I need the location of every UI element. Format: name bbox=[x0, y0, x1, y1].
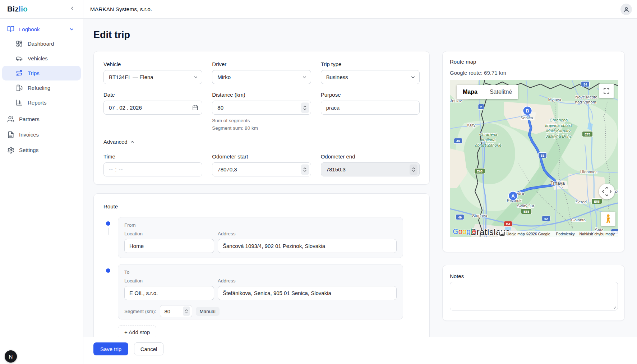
sidebar-item-label: Refueling bbox=[28, 85, 50, 91]
map-place-label: Galanta bbox=[571, 218, 586, 222]
vehicle-value: BT134EL — Elena bbox=[109, 74, 153, 80]
chevron-down-icon bbox=[69, 27, 74, 32]
road-badge: 62 bbox=[542, 216, 550, 221]
from-address-label: Address bbox=[218, 231, 397, 236]
file-text-icon bbox=[7, 131, 14, 138]
to-location-group: Location E OIL, s.r.o. bbox=[124, 278, 214, 300]
trip-form-card: Vehicle BT134EL — Elena Driver Mirko Tri… bbox=[93, 51, 430, 185]
road-badge: E75 bbox=[582, 132, 593, 137]
sidebar-item-label: Settings bbox=[19, 147, 38, 153]
user-menu-button[interactable] bbox=[620, 4, 632, 15]
map-fullscreen-button[interactable] bbox=[599, 84, 614, 98]
map-terms-link[interactable]: Podmienky bbox=[554, 232, 577, 236]
chevron-left-icon bbox=[69, 5, 75, 11]
map-place-label: Malé Karpaty, bbox=[546, 129, 571, 133]
sidebar-item-invoices[interactable]: Invoices bbox=[0, 127, 83, 142]
to-location-label: Location bbox=[124, 278, 214, 284]
sidebar-item-dashboard[interactable]: Dashboard bbox=[0, 36, 83, 51]
map-place-label: Myjava bbox=[548, 97, 562, 102]
advanced-toggle[interactable]: Advanced bbox=[103, 139, 135, 145]
sidebar-item-partners[interactable]: Partners bbox=[0, 111, 83, 127]
road-badge: E58 bbox=[591, 199, 602, 204]
book-open-icon bbox=[7, 26, 14, 33]
chevron-up-icon bbox=[130, 139, 135, 144]
cancel-button[interactable]: Cancel bbox=[134, 342, 163, 355]
to-address-label: Address bbox=[218, 278, 397, 284]
sidebar-item-reports[interactable]: Reports bbox=[0, 95, 83, 110]
odometer-start-field-group: Odometer start 78070,3 bbox=[212, 153, 311, 176]
map-place-label: Kúty bbox=[467, 123, 475, 127]
route-from-dot bbox=[106, 221, 110, 226]
odometer-start-input[interactable]: 78070,3 bbox=[212, 162, 311, 176]
notes-textarea[interactable] bbox=[450, 282, 618, 310]
action-footer: Save trip Cancel bbox=[83, 337, 637, 364]
bar-chart-icon bbox=[16, 99, 23, 106]
save-trip-button[interactable]: Save trip bbox=[93, 342, 128, 355]
to-address-group: Address Štefánikova, Senica, 905 01 Seni… bbox=[218, 278, 397, 300]
road-badge: 49 bbox=[456, 215, 464, 220]
sidebar-item-logbook[interactable]: Logbook bbox=[0, 22, 83, 36]
road-badge: 51 bbox=[539, 153, 547, 158]
road-badge: D4 bbox=[504, 221, 512, 227]
vehicle-label: Vehicle bbox=[103, 61, 202, 67]
dev-tools-badge[interactable]: N bbox=[5, 350, 17, 363]
sidebar-item-trips[interactable]: Trips bbox=[2, 66, 81, 80]
sidebar-collapse-button[interactable] bbox=[69, 5, 75, 13]
from-location-label: Location bbox=[124, 231, 214, 236]
driver-value: Mirko bbox=[217, 74, 231, 80]
to-location-value: E OIL, s.r.o. bbox=[129, 290, 158, 296]
distance-field-group: Distance (km) 80 Sum of segments Segment… bbox=[212, 92, 311, 131]
to-address-input[interactable]: Štefánikova, Senica, 905 01 Senica, Slov… bbox=[218, 286, 397, 300]
driver-select[interactable]: Mirko bbox=[212, 70, 311, 84]
distance-input[interactable]: 80 bbox=[212, 101, 311, 115]
sidebar-item-vehicles[interactable]: Vehicles bbox=[0, 51, 83, 66]
trip-type-select[interactable]: Business bbox=[321, 70, 420, 84]
route-to-box: To Location E OIL, s.r.o. Address Štefán… bbox=[118, 264, 403, 319]
to-location-input[interactable]: E OIL, s.r.o. bbox=[124, 286, 214, 300]
odometer-end-input: 78150,3 bbox=[321, 162, 420, 176]
from-location-input[interactable]: Home bbox=[124, 239, 214, 253]
map-canvas: 2544949516275E65E75E58E58D4 BřeclavMyjav… bbox=[450, 80, 618, 237]
google-route-distance: Google route: 69.71 km bbox=[450, 70, 617, 76]
road-badge: 54 bbox=[581, 82, 590, 87]
google-map[interactable]: 2544949516275E65E75E58E58D4 BřeclavMyjav… bbox=[450, 80, 618, 237]
purpose-input[interactable]: praca bbox=[321, 101, 420, 115]
map-pan-control[interactable] bbox=[599, 184, 615, 199]
segment-km-input[interactable]: 80 bbox=[160, 305, 192, 317]
time-input[interactable]: -- : -- bbox=[103, 162, 202, 176]
map-place-label: Chránená bbox=[479, 132, 498, 137]
sidebar-item-refueling[interactable]: Refueling bbox=[0, 80, 83, 95]
resize-handle-icon[interactable] bbox=[613, 305, 617, 309]
sidebar-item-settings[interactable]: Settings bbox=[0, 142, 83, 158]
purpose-value: praca bbox=[326, 105, 340, 111]
keyboard-shortcuts-icon[interactable] bbox=[499, 232, 505, 236]
date-input[interactable]: 07 . 02 . 2026 bbox=[103, 101, 202, 115]
odometer-start-label: Odometer start bbox=[212, 153, 311, 160]
car-icon bbox=[16, 55, 23, 62]
calendar-icon[interactable] bbox=[192, 105, 198, 111]
map-place-label: Hlohovec bbox=[580, 170, 597, 174]
from-address-input[interactable]: Šancová 1093/4, 902 01 Pezinok, Slovakia bbox=[218, 239, 397, 253]
number-spinner[interactable] bbox=[301, 102, 309, 113]
vehicle-select[interactable]: BT134EL — Elena bbox=[103, 70, 202, 84]
purpose-label: Purpose bbox=[321, 92, 420, 98]
pegman-control[interactable] bbox=[601, 212, 615, 226]
route-icon bbox=[16, 70, 23, 77]
map-type-map-button[interactable]: Mapa bbox=[457, 85, 484, 99]
map-place-label: oblasť Záhorie bbox=[475, 143, 502, 147]
map-report-link[interactable]: Nahlásiť chybu mapy bbox=[578, 232, 617, 236]
from-location-group: Location Home bbox=[124, 231, 214, 253]
fullscreen-icon bbox=[603, 88, 610, 94]
pan-arrows-icon bbox=[601, 186, 612, 197]
road-badge: 49 bbox=[454, 138, 462, 144]
map-type-satellite-button[interactable]: Satelitné bbox=[484, 85, 518, 99]
svg-text:62: 62 bbox=[544, 217, 548, 221]
number-spinner[interactable] bbox=[301, 164, 309, 175]
number-spinner[interactable] bbox=[183, 307, 190, 316]
svg-text:49: 49 bbox=[458, 216, 462, 219]
svg-text:E58: E58 bbox=[523, 210, 529, 213]
odometer-end-field-group: Odometer end 78150,3 bbox=[321, 153, 420, 176]
gear-icon bbox=[7, 147, 14, 154]
sidebar-item-label: Partners bbox=[19, 116, 40, 122]
sidebar-header: Bizlio bbox=[0, 0, 83, 19]
